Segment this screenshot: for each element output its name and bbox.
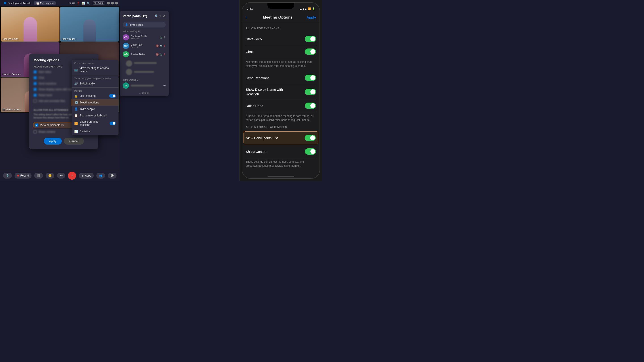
- meeting-toolbar: 🎙️ Record 🎚️ 😊 ••• ✕ ⊞ Apps 👥 💬: [0, 170, 120, 181]
- name-umar: Umar Patel: [131, 43, 154, 46]
- checkbox-share-content[interactable]: [34, 130, 37, 133]
- phone-toggle-send-reactions[interactable]: [305, 75, 316, 81]
- phone-back-button[interactable]: ‹: [246, 15, 247, 20]
- phone-option-chat: Chat: [246, 45, 316, 58]
- option-label-raise-hand: Raise hand: [38, 94, 52, 97]
- layout-button[interactable]: ⊞ Layout: [92, 1, 105, 5]
- phone-home-indicator: [268, 176, 294, 177]
- phone-toggle-raise-hand[interactable]: [305, 103, 316, 109]
- participants-button[interactable]: 👥: [96, 173, 105, 179]
- phone-toggle-show-display[interactable]: [305, 89, 316, 95]
- ctx-whiteboard-label: Start a new whiteboard: [80, 114, 107, 117]
- reactions-icon: 😊: [48, 174, 52, 177]
- icons-austen: 🔇 📷 🎙: [156, 53, 166, 56]
- ctx-divider-2: [72, 87, 118, 88]
- phone-toggle-share-content[interactable]: [305, 148, 316, 155]
- phone-apply-button[interactable]: Apply: [306, 15, 316, 19]
- audio-button[interactable]: 🎚️: [34, 173, 43, 179]
- reactions-button[interactable]: 😊: [46, 173, 54, 179]
- video-icon-austen: 📷: [160, 53, 162, 56]
- ctx-statistics[interactable]: 📊 Statistics: [72, 128, 118, 134]
- participant-row-clarissa: CS Clarissa Smith Host, me 📷 🎙: [120, 33, 169, 41]
- checkbox-send-reactions[interactable]: ✓: [34, 82, 37, 85]
- admit-options-icon[interactable]: •••: [163, 84, 166, 87]
- video-name-5: Marise Torres: [6, 108, 20, 111]
- tab-meeting-info[interactable]: 📋 Meeting info: [34, 1, 56, 5]
- phone-option-show-display: Show Display Name with Reaction: [246, 84, 316, 99]
- phone-option-share-content: Share Content: [246, 145, 316, 158]
- video-name-3: Isabelle Brennan: [2, 73, 21, 75]
- record-button[interactable]: Record: [14, 173, 32, 179]
- apps-icon: ⊞: [82, 174, 84, 177]
- battery-icon: 🔋: [312, 7, 315, 10]
- ctx-whiteboard[interactable]: 📋 Start a new whiteboard: [72, 112, 118, 119]
- chat-button[interactable]: 💬: [108, 173, 116, 179]
- participants-icon: 👥: [99, 174, 102, 177]
- participants-search-icon[interactable]: 🔍: [155, 14, 158, 18]
- checkbox-view-participants[interactable]: ✓: [35, 124, 38, 127]
- mute-button[interactable]: 🎙️: [3, 173, 12, 179]
- maximize-button[interactable]: [111, 2, 114, 4]
- more-button[interactable]: •••: [57, 173, 65, 179]
- invite-people-button[interactable]: 👤 Invite people: [123, 22, 166, 27]
- waiting-participant: YA •••: [120, 81, 169, 90]
- checkbox-show-display[interactable]: ✓: [34, 88, 37, 91]
- top-bar-controls: 12:40 ❓ 📊 🔍 ⊞ Layout: [68, 1, 118, 5]
- window-controls: [107, 2, 118, 4]
- checkbox-chat[interactable]: ✓: [34, 76, 37, 79]
- ctx-switch-audio[interactable]: 🔊 Switch audio: [72, 80, 118, 87]
- ctx-move-meeting[interactable]: 📺 Move meeting to a video device: [72, 65, 118, 74]
- video-icon-clarissa: 📷: [160, 36, 162, 39]
- dialog-buttons: Apply Cancel: [34, 138, 94, 145]
- checkbox-raise-hand[interactable]: ✓: [34, 94, 37, 97]
- ctx-breakout[interactable]: 🔀 Enable breakout sessions: [72, 119, 118, 128]
- option-label-chat: Chat: [38, 76, 44, 79]
- participants-close-button[interactable]: ✕: [163, 14, 166, 18]
- ctx-invite-people[interactable]: 👤 Invite people: [72, 106, 118, 112]
- end-call-button[interactable]: ✕: [68, 172, 76, 180]
- checkbox-annotate[interactable]: [34, 99, 37, 103]
- phone-frame: 9:41 ▲▲▲ 📶 🔋 ‹ Meeting Options Apply ALL…: [239, 0, 322, 181]
- help-icon[interactable]: ❓: [76, 1, 80, 5]
- checkbox-start-video[interactable]: ✓: [34, 70, 37, 73]
- name-austen: Austen Baker: [131, 53, 154, 56]
- invite-btn-label: Invite people: [130, 23, 143, 26]
- option-label-start-video: Start video: [38, 70, 51, 73]
- close-button[interactable]: [115, 2, 118, 4]
- apply-button[interactable]: Apply: [44, 138, 62, 145]
- options-icon: ⚙️: [75, 101, 78, 104]
- clock-display: 12:40: [68, 2, 75, 4]
- tab-development-agenda[interactable]: Development Agenda: [2, 1, 33, 5]
- ctx-stats-label: Statistics: [80, 130, 90, 133]
- phone-toggle-view-participants[interactable]: [304, 135, 316, 141]
- minimize-button[interactable]: [107, 2, 110, 4]
- phone-toggle-start-video[interactable]: [305, 36, 316, 42]
- search-icon[interactable]: 🔍: [87, 1, 90, 5]
- mute-icon: 🎙️: [6, 174, 9, 177]
- phone-option-start-video: Start video: [246, 33, 316, 45]
- lock-toggle[interactable]: [109, 94, 116, 98]
- ctx-cisco-section: Cisco video system: [72, 61, 118, 65]
- ctx-lock-meeting[interactable]: 🔒 Lock meeting: [72, 92, 118, 99]
- apps-button[interactable]: ⊞ Apps: [79, 173, 94, 179]
- ctx-invite-label: Invite people: [80, 107, 95, 111]
- breakout-toggle[interactable]: [110, 122, 116, 125]
- participants-title: Participants (12): [123, 14, 147, 18]
- phone-section-attendees: ALLOW FOR ALL ATTENDEES: [246, 126, 316, 129]
- activity-icon[interactable]: 📊: [82, 1, 85, 5]
- phone-option-view-participants[interactable]: View Participants List: [244, 131, 318, 144]
- role-clarissa: Host, me: [131, 37, 158, 40]
- video-label-3: Isabelle Brennan: [2, 73, 21, 75]
- phone-toggle-chat[interactable]: [305, 48, 316, 55]
- ctx-switch-audio-label: Switch audio: [80, 82, 95, 85]
- mic-off-icon-austen: 🎙: [163, 53, 166, 56]
- participants-sort-icon[interactable]: ↕: [160, 14, 162, 18]
- phone-label-start-video: Start video: [246, 37, 262, 41]
- cancel-button[interactable]: Cancel: [64, 138, 84, 145]
- lock-icon: 🔒: [74, 94, 78, 98]
- video-cell-1: Clarissa Smith: [1, 7, 60, 41]
- ctx-meeting-options[interactable]: ⚙️ Meeting options: [72, 99, 118, 106]
- see-all-link[interactable]: ... see all: [120, 90, 169, 96]
- video-cell-2: Henry Riggs: [60, 7, 119, 41]
- phone-notch: [268, 3, 294, 9]
